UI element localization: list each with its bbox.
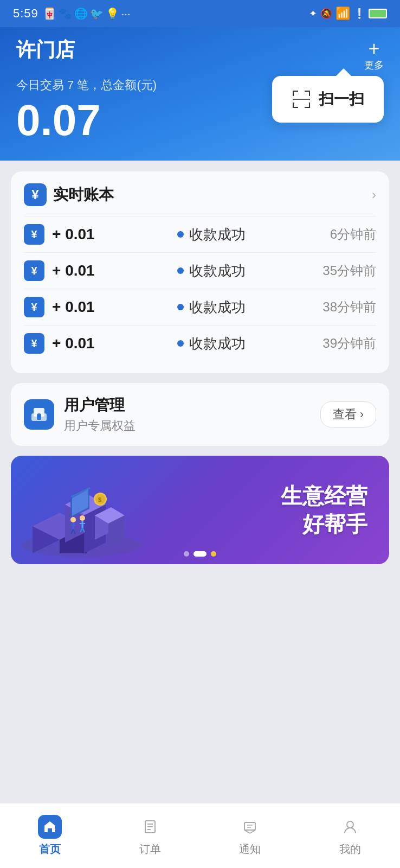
- scan-popup[interactable]: 扫一扫: [272, 76, 384, 123]
- wifi-icon: 📶: [336, 7, 350, 21]
- battery-icon: [369, 9, 387, 18]
- tx-dot-3: [177, 304, 184, 310]
- account-title: 实时账本: [53, 184, 114, 205]
- table-row: ¥ + 0.01 收款成功 35分钟前: [24, 252, 376, 289]
- nav-item-home[interactable]: 首页: [27, 810, 73, 861]
- tx-status-4: 收款成功: [189, 334, 246, 353]
- tx-time-3: 38分钟前: [300, 298, 376, 316]
- nav-label-notifications: 通知: [239, 842, 261, 857]
- view-chevron-icon: ›: [360, 407, 364, 422]
- tx-status-group-2: 收款成功: [122, 261, 300, 280]
- svg-rect-7: [309, 103, 310, 108]
- view-button[interactable]: 查看 ›: [320, 401, 376, 427]
- bottom-nav: 首页 订单 通知: [0, 803, 400, 868]
- scan-label: 扫一扫: [319, 89, 364, 110]
- tx-status-group-3: 收款成功: [122, 298, 300, 317]
- tx-dot-4: [177, 340, 184, 347]
- svg-point-48: [347, 821, 353, 828]
- icon4: 🐦: [90, 7, 104, 20]
- banner-text: 生意经营 好帮手: [281, 482, 367, 538]
- icon1: 🀄: [43, 7, 56, 20]
- ellipsis: ···: [121, 8, 131, 20]
- status-app-icons: 🀄 🐾 🌐 🐦 💡 ···: [43, 7, 131, 20]
- nav-label-orders: 订单: [139, 842, 161, 857]
- bluetooth-icon: ✦: [309, 8, 317, 20]
- banner-text-line1: 生意经营: [281, 482, 367, 510]
- mute-icon: 🔕: [320, 8, 332, 20]
- svg-rect-8: [293, 99, 310, 100]
- tx-yuan-icon-3: ¥: [24, 297, 44, 317]
- tx-time-4: 39分钟前: [300, 335, 376, 352]
- icon2: 🐾: [59, 7, 72, 20]
- banner-dot-3: [211, 551, 216, 557]
- account-title-group: ¥ 实时账本: [24, 183, 114, 206]
- user-management-card: 用户管理 用户专属权益 查看 ›: [11, 383, 389, 446]
- nav-label-home: 首页: [39, 842, 61, 857]
- tx-status-group-4: 收款成功: [122, 334, 300, 353]
- tx-amount-3: + 0.01: [52, 298, 122, 316]
- header-top: 许门店 + 更多: [16, 37, 384, 72]
- plus-icon: +: [368, 39, 379, 59]
- profile-icon: [338, 815, 362, 839]
- nav-item-notifications[interactable]: 通知: [227, 810, 273, 861]
- banner-dot-1: [184, 551, 189, 557]
- tx-time-1: 6分钟前: [300, 226, 376, 243]
- svg-text:$: $: [98, 496, 101, 503]
- tx-yuan-icon-2: ¥: [24, 260, 44, 281]
- svg-point-34: [80, 515, 85, 521]
- account-card: ¥ 实时账本 › ¥ + 0.01 收款成功 6分钟前 ¥ + 0.01 收款成…: [11, 171, 389, 373]
- table-row: ¥ + 0.01 收款成功 38分钟前: [24, 289, 376, 325]
- yuan-icon: ¥: [24, 183, 47, 206]
- view-label: 查看: [333, 406, 357, 423]
- nav-label-profile: 我的: [339, 842, 361, 857]
- user-mgmt-icon: [24, 399, 54, 430]
- icon3: 🌐: [74, 7, 88, 20]
- svg-rect-1: [293, 91, 294, 96]
- tx-yuan-icon-1: ¥: [24, 224, 44, 245]
- table-row: ¥ + 0.01 收款成功 6分钟前: [24, 216, 376, 252]
- status-time: 5:59: [13, 7, 38, 21]
- svg-rect-43: [244, 822, 255, 830]
- table-row: ¥ + 0.01 收款成功 39分钟前: [24, 325, 376, 361]
- user-mgmt-title: 用户管理: [64, 395, 311, 416]
- store-name: 许门店: [16, 37, 75, 63]
- banner-illustration: $: [16, 461, 157, 559]
- account-chevron-icon[interactable]: ›: [372, 187, 376, 202]
- header: 许门店 + 更多 今日交易 7 笔，总金额(元) 0.07 扫一扫: [0, 27, 400, 161]
- tx-status-2: 收款成功: [189, 261, 246, 280]
- tx-time-2: 35分钟前: [300, 262, 376, 279]
- status-right-icons: ✦ 🔕 📶 ❕: [309, 7, 387, 21]
- status-bar: 5:59 🀄 🐾 🌐 🐦 💡 ··· ✦ 🔕 📶 ❕: [0, 0, 400, 27]
- svg-rect-3: [309, 91, 310, 96]
- tx-dot-1: [177, 231, 184, 238]
- banner-dot-2: [193, 551, 207, 557]
- tx-amount-1: + 0.01: [52, 226, 122, 243]
- user-mgmt-subtitle: 用户专属权益: [64, 418, 311, 434]
- more-button[interactable]: + 更多: [364, 39, 384, 72]
- notification-icon: [238, 815, 262, 839]
- svg-point-29: [70, 517, 76, 522]
- tx-amount-2: + 0.01: [52, 262, 122, 279]
- scan-icon: [292, 90, 311, 109]
- orders-icon: [138, 815, 162, 839]
- tx-status-3: 收款成功: [189, 298, 246, 317]
- banner-text-line2: 好帮手: [281, 510, 367, 538]
- more-label: 更多: [364, 59, 384, 72]
- battery-alert-icon: ❕: [353, 8, 365, 20]
- main-content: ¥ 实时账本 › ¥ + 0.01 收款成功 6分钟前 ¥ + 0.01 收款成…: [0, 161, 400, 757]
- svg-rect-5: [293, 103, 294, 108]
- status-left: 5:59 🀄 🐾 🌐 🐦 💡 ···: [13, 7, 131, 21]
- tx-status-1: 收款成功: [189, 225, 246, 244]
- tx-dot-2: [177, 267, 184, 274]
- nav-item-profile[interactable]: 我的: [327, 810, 373, 861]
- svg-rect-12: [37, 417, 41, 420]
- account-header: ¥ 实时账本 ›: [24, 183, 376, 206]
- banner[interactable]: $ 生意经营 好帮手: [11, 456, 389, 564]
- tx-amount-4: + 0.01: [52, 335, 122, 352]
- nav-item-orders[interactable]: 订单: [127, 810, 173, 861]
- banner-dots: [184, 551, 216, 557]
- home-icon: [38, 815, 62, 839]
- icon5: 💡: [106, 7, 119, 20]
- user-text-group: 用户管理 用户专属权益: [64, 395, 311, 434]
- tx-yuan-icon-4: ¥: [24, 333, 44, 354]
